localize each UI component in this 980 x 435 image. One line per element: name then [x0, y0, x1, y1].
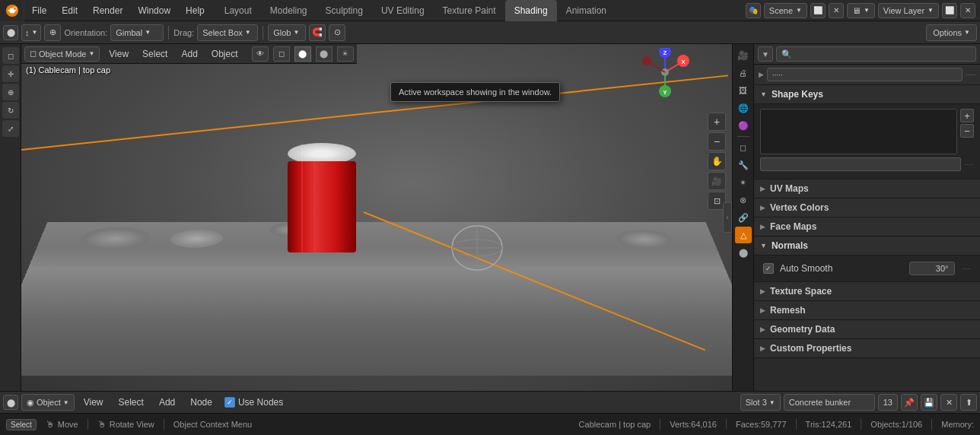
shape-key-add[interactable]: +: [960, 109, 974, 122]
shader-select[interactable]: Select: [113, 397, 150, 408]
cursor-tool[interactable]: ✛: [2, 65, 19, 82]
shape-key-remove[interactable]: −: [960, 124, 974, 138]
texture-space-header[interactable]: ▶ Texture Space: [754, 282, 980, 301]
status-faces: Faces:59,777: [736, 420, 787, 429]
shading-wire[interactable]: ◻: [273, 46, 290, 62]
drag-select[interactable]: Select Box▼: [197, 24, 258, 41]
view-layer-selector[interactable]: View Layer▼: [878, 3, 939, 18]
pivot-select[interactable]: Glob▼: [268, 24, 306, 41]
viewport-add[interactable]: Add: [177, 49, 202, 59]
tab-sculpting[interactable]: Sculpting: [317, 0, 372, 21]
viewport-view[interactable]: View: [104, 49, 133, 59]
shader-node[interactable]: Node: [184, 397, 218, 408]
geometry-data-header[interactable]: ▶ Geometry Data: [754, 320, 980, 339]
zoom-out-button[interactable]: −: [708, 132, 726, 151]
close-icon[interactable]: ✕: [829, 3, 844, 18]
uv-maps-header[interactable]: ▶ UV Maps: [754, 179, 980, 198]
modifier-props-icon[interactable]: 🔧: [735, 157, 752, 173]
view-layer-maximize[interactable]: ⬜: [942, 3, 957, 18]
pan-button[interactable]: ✋: [708, 152, 726, 170]
shader-mode-select[interactable]: ◉Object▼: [21, 394, 75, 411]
render-icon[interactable]: 🎭: [746, 3, 761, 18]
viewport-select[interactable]: Select: [138, 49, 172, 59]
shape-keys-header[interactable]: ▼ Shape Keys: [754, 85, 980, 104]
object-props-icon[interactable]: ◻: [735, 139, 752, 156]
move-tool[interactable]: ⊕: [2, 84, 19, 100]
material-count: 13: [878, 394, 898, 411]
tab-texture-paint[interactable]: Texture Paint: [434, 0, 505, 21]
transform-icon[interactable]: ⊕: [44, 24, 61, 41]
select-tool[interactable]: ◻: [2, 47, 19, 64]
shader-view[interactable]: View: [78, 397, 110, 408]
options-button[interactable]: Options▼: [926, 24, 977, 41]
material-save[interactable]: 💾: [921, 394, 937, 411]
tab-uv-editing[interactable]: UV Editing: [372, 0, 434, 21]
snap-toggle[interactable]: 🧲: [309, 24, 326, 41]
orientation-label: Orientation:: [64, 28, 107, 37]
shading-material[interactable]: ⬤: [316, 46, 332, 62]
shape-key-slider[interactable]: [760, 157, 961, 171]
tab-modeling[interactable]: Modeling: [261, 0, 317, 21]
shading-rendered[interactable]: ☀: [337, 46, 354, 62]
render-props-icon[interactable]: 🎥: [735, 47, 752, 64]
world-props-icon[interactable]: 🟣: [735, 117, 752, 134]
normals-header[interactable]: ▼ Normals: [754, 237, 980, 256]
3d-viewport[interactable]: Z X Y + −: [21, 44, 732, 391]
shader-editor-icon[interactable]: ⬤: [3, 395, 18, 410]
material-props-icon[interactable]: ⬤: [735, 244, 752, 261]
blender-logo[interactable]: [0, 0, 24, 21]
viewport-object[interactable]: Object: [207, 49, 243, 59]
sphere-wireframe-object[interactable]: [451, 225, 503, 271]
viewport-mode-toggle[interactable]: ⬤: [3, 25, 18, 40]
shading-solid[interactable]: ⬤: [294, 46, 311, 62]
rotate-tool[interactable]: ↻: [2, 102, 19, 119]
face-maps-header[interactable]: ▶ Face Maps: [754, 218, 980, 237]
renderer-select[interactable]: 🖥▼: [847, 3, 875, 18]
auto-smooth-degree[interactable]: 30°: [909, 262, 955, 275]
menu-render[interactable]: Render: [85, 0, 130, 21]
material-load[interactable]: ⬆: [960, 394, 977, 411]
overlay-toggle[interactable]: 👁: [252, 46, 269, 62]
panel-collapse-handle[interactable]: ‹: [723, 202, 732, 233]
object-mode-select[interactable]: ◻Object Mode▼: [24, 46, 100, 62]
menu-file[interactable]: File: [24, 0, 54, 21]
physics-props-icon[interactable]: ⊗: [735, 192, 752, 208]
editor-type-select[interactable]: ↕▼: [21, 24, 41, 41]
menu-window[interactable]: Window: [130, 0, 178, 21]
slot-select[interactable]: Slot 3▼: [740, 394, 781, 411]
view-layer-close[interactable]: ✕: [960, 3, 975, 18]
scale-tool[interactable]: ⤢: [2, 120, 19, 137]
tab-layout[interactable]: Layout: [215, 0, 261, 21]
material-select[interactable]: Concrete bunker: [784, 394, 875, 411]
orientation-select[interactable]: Gimbal▼: [110, 24, 164, 41]
zoom-in-button[interactable]: +: [708, 113, 726, 131]
view-layer-props-icon[interactable]: 🖼: [735, 82, 752, 99]
data-props-icon[interactable]: △: [735, 227, 752, 243]
maximize-icon[interactable]: ⬜: [810, 3, 826, 18]
tab-animation[interactable]: Animation: [557, 0, 616, 21]
material-pin[interactable]: 📌: [901, 394, 918, 411]
datablock-expand[interactable]: ▶: [759, 71, 764, 78]
particles-props-icon[interactable]: ✴: [735, 174, 752, 191]
remesh-header[interactable]: ▶ Remesh: [754, 301, 980, 320]
material-unlink[interactable]: ✕: [940, 394, 957, 411]
tab-shading[interactable]: Shading: [505, 0, 557, 21]
use-nodes-checkbox[interactable]: ✓: [224, 397, 235, 408]
scene-props-icon[interactable]: 🌐: [735, 100, 752, 116]
datablock-dots[interactable]: ·····: [966, 71, 975, 78]
viewport-gizmo[interactable]: Z X Y: [641, 48, 690, 97]
scene-selector[interactable]: Scene▼: [764, 3, 807, 18]
vertex-colors-header[interactable]: ▶ Vertex Colors: [754, 198, 980, 218]
menu-edit[interactable]: Edit: [54, 0, 85, 21]
camera-button[interactable]: 🎥: [708, 172, 726, 190]
output-props-icon[interactable]: 🖨: [735, 65, 752, 81]
props-search-input[interactable]: [776, 46, 976, 62]
proportional-toggle[interactable]: ⊙: [329, 24, 345, 41]
props-filter-icon[interactable]: ▼: [758, 46, 773, 62]
menu-help[interactable]: Help: [178, 0, 212, 21]
shape-key-list[interactable]: [760, 109, 957, 154]
shader-add[interactable]: Add: [153, 397, 181, 408]
constraints-props-icon[interactable]: 🔗: [735, 209, 752, 226]
custom-properties-header[interactable]: ▶ Custom Properties: [754, 339, 980, 358]
auto-smooth-checkbox[interactable]: ✓: [763, 263, 774, 274]
